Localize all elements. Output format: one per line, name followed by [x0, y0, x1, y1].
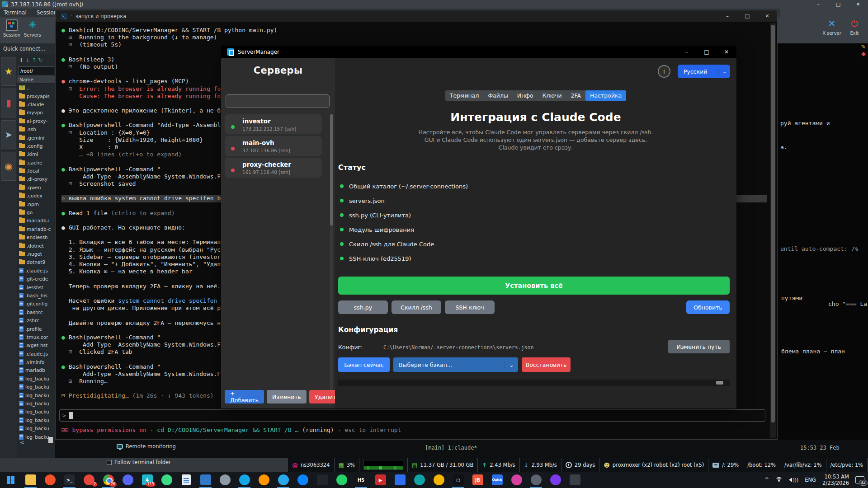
file-row[interactable]: .viminfo — [17, 358, 55, 366]
file-row[interactable]: mariadb_ — [17, 366, 55, 374]
taskbar-clock[interactable]: 10:53 AM 2/23/2026 — [822, 474, 849, 486]
file-row[interactable]: mariadb-i — [17, 216, 55, 225]
file-row[interactable]: log_backu — [17, 424, 55, 432]
file-row[interactable]: .kimi — [17, 150, 55, 158]
file-row[interactable]: log_backu — [17, 399, 55, 408]
file-row[interactable]: .claude — [17, 100, 55, 108]
file-row[interactable]: log_backu — [17, 383, 55, 391]
maximize-button[interactable]: □ — [828, 0, 848, 9]
claude-input-box[interactable]: > — [59, 409, 765, 422]
taskbar-icon-29[interactable] — [565, 472, 585, 488]
file-row[interactable]: .codex — [17, 192, 55, 200]
file-row[interactable]: .config — [17, 142, 55, 150]
taskbar-icon-6[interactable] — [118, 472, 137, 488]
favorites-tab[interactable]: ★ — [1, 57, 16, 86]
tab-инфо[interactable]: Инфо — [513, 90, 538, 101]
maximize-button[interactable]: □ — [697, 46, 717, 58]
file-row[interactable]: ai-proxy- — [17, 117, 55, 125]
minimize-button[interactable]: – — [808, 0, 828, 9]
exit-button[interactable]: ⏻ Exit — [844, 17, 864, 36]
taskbar-icon-12[interactable] — [235, 472, 254, 488]
file-row[interactable]: .cache — [17, 159, 55, 167]
file-row[interactable]: .claude.js — [17, 267, 55, 275]
file-tool-icon-1[interactable]: ↓ — [25, 57, 30, 63]
marker-icon[interactable]: ◆ — [859, 50, 868, 57]
taskbar-icon-11[interactable] — [215, 472, 235, 488]
server-item-investor[interactable]: investor173.212.212.157 [ssh] — [225, 114, 322, 134]
file-path-input[interactable]: /root/ — [18, 66, 54, 75]
taskbar-icon-7[interactable]: 4715 — [137, 472, 157, 488]
file-list-header[interactable]: Name — [17, 76, 55, 84]
file-row[interactable]: .di-proxy — [17, 175, 55, 183]
file-tool-icon-2[interactable]: ↑ — [32, 57, 36, 63]
taskbar-icon-13[interactable] — [254, 472, 274, 488]
close-button[interactable]: ✕ — [717, 46, 736, 58]
taskbar-icon-18[interactable]: HS — [351, 472, 371, 488]
horizontal-scrollbar[interactable] — [338, 380, 730, 386]
file-row[interactable]: log_backu — [17, 375, 55, 383]
notification-center-icon[interactable]: 32 — [855, 476, 864, 483]
file-row[interactable]: log_backu — [17, 408, 55, 416]
file-row[interactable]: .claude.js — [17, 350, 55, 358]
taskbar-icon-8[interactable] — [157, 472, 176, 488]
tools-tab[interactable]: ▮ — [1, 89, 16, 117]
taskbar-icon-27[interactable] — [526, 472, 546, 488]
file-row[interactable]: .gitconfig — [17, 300, 55, 308]
language-dropdown[interactable]: Русский ⌄ — [678, 65, 730, 78]
file-row[interactable]: .git-crede — [17, 275, 55, 283]
pencil-icon[interactable]: ✎ — [859, 43, 868, 50]
server-search-input[interactable] — [226, 94, 330, 108]
taskbar-icon-5[interactable]: 26 — [99, 472, 118, 488]
install-ssh--button[interactable]: SSH-ключ — [445, 300, 495, 314]
file-row[interactable]: myvpn — [17, 108, 55, 117]
speaker-icon[interactable]: ))) — [789, 477, 798, 483]
file-row[interactable]: .lesshst — [17, 283, 55, 291]
tab-2fa[interactable]: 2FA — [566, 90, 586, 101]
file-row[interactable]: .. — [17, 84, 55, 92]
terminal-scrollbar[interactable] — [770, 23, 776, 438]
backup-select-dropdown[interactable]: Выберите бэкап... ⌄ — [393, 357, 518, 372]
backup-now-button[interactable]: Бэкап сейчас — [338, 357, 390, 372]
file-row[interactable]: .bash_his — [17, 291, 55, 300]
taskbar-icon-15[interactable] — [293, 472, 312, 488]
refresh-button[interactable]: Обновить — [686, 300, 730, 314]
scrollbar-thumb[interactable] — [771, 25, 775, 422]
taskbar-icon-17[interactable] — [332, 472, 351, 488]
install--ssh-button[interactable]: Скилл /ssh — [392, 300, 441, 314]
session-button[interactable]: Session — [2, 19, 22, 38]
menu-terminal[interactable]: Terminal — [4, 9, 27, 16]
file-row[interactable]: .tmux.cor — [17, 333, 55, 341]
servermanager-titlebar[interactable]: ServerManager –□✕ — [221, 46, 736, 58]
scrollbar-thumb[interactable] — [716, 381, 723, 385]
tab-ключи[interactable]: Ключи — [538, 90, 566, 101]
file-row[interactable]: .local — [17, 167, 55, 175]
file-row[interactable]: .qwen — [17, 183, 55, 192]
taskbar-icon-1[interactable] — [21, 472, 40, 488]
file-row[interactable]: .zshrc — [17, 316, 55, 324]
scrollbar-thumb[interactable] — [330, 114, 333, 225]
maximize-button[interactable]: □ — [737, 10, 757, 22]
file-row[interactable]: .dotnet — [17, 241, 55, 249]
quick-connect-input[interactable]: Quick connect... — [0, 43, 55, 54]
tab-терминал[interactable]: Терминал — [445, 90, 484, 101]
taskbar-icon-20[interactable] — [390, 472, 410, 488]
taskbar-icon-9[interactable] — [176, 472, 196, 488]
wifi-icon[interactable] — [775, 477, 783, 483]
file-row[interactable]: .ssh — [17, 125, 55, 133]
server-item-main-ovh[interactable]: main-ovh37.187.136.86 [ssh] — [225, 136, 322, 156]
info-button[interactable]: i — [658, 65, 670, 78]
edit-server-button[interactable]: Изменить — [267, 390, 307, 404]
taskbar-icon-22[interactable] — [429, 472, 448, 488]
file-row[interactable]: .npm — [17, 200, 55, 208]
file-row[interactable]: endlessh — [17, 233, 55, 241]
taskbar-icon-25[interactable]: Quick — [487, 472, 507, 488]
file-row[interactable]: proxyapis — [17, 92, 55, 100]
network-tab[interactable]: ◉ — [1, 152, 16, 181]
minimize-button[interactable]: – — [677, 46, 697, 58]
file-row[interactable]: dotnet9 — [17, 258, 55, 266]
file-row[interactable]: .nuget — [17, 250, 55, 258]
close-button[interactable]: ✕ — [757, 10, 777, 22]
install-ssh-py-button[interactable]: ssh.py — [338, 300, 388, 314]
file-row[interactable]: log_backu — [17, 416, 55, 424]
sessions-tab[interactable]: ➤ — [1, 120, 16, 149]
